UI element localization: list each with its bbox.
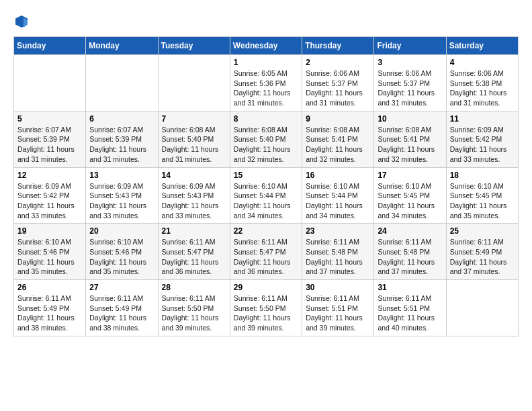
day-number: 12 bbox=[17, 171, 82, 180]
calendar-day-cell: 3Sunrise: 6:06 AMSunset: 5:37 PMDaylight… bbox=[374, 55, 446, 111]
calendar-day-cell: 24Sunrise: 6:11 AMSunset: 5:48 PMDayligh… bbox=[374, 224, 446, 280]
header-row: SundayMondayTuesdayWednesdayThursdayFrid… bbox=[14, 37, 519, 55]
day-number: 31 bbox=[378, 283, 442, 292]
day-info: Sunrise: 6:06 AMSunset: 5:37 PMDaylight:… bbox=[378, 68, 442, 108]
calendar-body: 1Sunrise: 6:05 AMSunset: 5:36 PMDaylight… bbox=[14, 55, 519, 336]
calendar-week-row: 5Sunrise: 6:07 AMSunset: 5:39 PMDaylight… bbox=[14, 111, 519, 167]
calendar-day-cell bbox=[446, 280, 518, 336]
logo bbox=[13, 13, 32, 30]
calendar-day-cell: 30Sunrise: 6:11 AMSunset: 5:51 PMDayligh… bbox=[302, 280, 374, 336]
day-number: 19 bbox=[17, 226, 82, 236]
day-number: 15 bbox=[234, 171, 298, 180]
day-of-week-header: Sunday bbox=[14, 37, 86, 55]
day-number: 10 bbox=[378, 114, 442, 124]
day-number: 8 bbox=[234, 114, 298, 124]
calendar-day-cell: 1Sunrise: 6:05 AMSunset: 5:36 PMDaylight… bbox=[230, 55, 302, 111]
day-info: Sunrise: 6:09 AMSunset: 5:42 PMDaylight:… bbox=[17, 181, 82, 221]
day-info: Sunrise: 6:10 AMSunset: 5:46 PMDaylight:… bbox=[89, 237, 154, 277]
day-number: 11 bbox=[450, 114, 515, 124]
calendar-day-cell: 27Sunrise: 6:11 AMSunset: 5:49 PMDayligh… bbox=[86, 280, 158, 336]
calendar-day-cell bbox=[158, 55, 230, 111]
day-info: Sunrise: 6:10 AMSunset: 5:45 PMDaylight:… bbox=[450, 181, 515, 221]
calendar-day-cell: 17Sunrise: 6:10 AMSunset: 5:45 PMDayligh… bbox=[374, 167, 446, 224]
day-number: 6 bbox=[89, 114, 154, 124]
day-number: 3 bbox=[378, 58, 442, 67]
calendar-week-row: 12Sunrise: 6:09 AMSunset: 5:42 PMDayligh… bbox=[14, 167, 519, 224]
day-number: 17 bbox=[378, 171, 442, 180]
day-number: 13 bbox=[89, 171, 154, 180]
day-info: Sunrise: 6:11 AMSunset: 5:49 PMDaylight:… bbox=[89, 293, 154, 333]
day-info: Sunrise: 6:11 AMSunset: 5:50 PMDaylight:… bbox=[234, 293, 298, 333]
day-of-week-header: Tuesday bbox=[158, 37, 230, 55]
day-info: Sunrise: 6:05 AMSunset: 5:36 PMDaylight:… bbox=[234, 68, 298, 108]
day-number: 21 bbox=[162, 226, 226, 236]
calendar-day-cell: 23Sunrise: 6:11 AMSunset: 5:48 PMDayligh… bbox=[302, 224, 374, 280]
day-info: Sunrise: 6:11 AMSunset: 5:51 PMDaylight:… bbox=[306, 293, 370, 333]
day-info: Sunrise: 6:11 AMSunset: 5:48 PMDaylight:… bbox=[378, 237, 442, 277]
calendar-day-cell: 25Sunrise: 6:11 AMSunset: 5:49 PMDayligh… bbox=[446, 224, 518, 280]
day-number: 27 bbox=[89, 283, 154, 292]
day-info: Sunrise: 6:11 AMSunset: 5:47 PMDaylight:… bbox=[162, 237, 226, 277]
calendar-day-cell: 31Sunrise: 6:11 AMSunset: 5:51 PMDayligh… bbox=[374, 280, 446, 336]
page-header bbox=[13, 13, 519, 30]
calendar-day-cell: 28Sunrise: 6:11 AMSunset: 5:50 PMDayligh… bbox=[158, 280, 230, 336]
calendar-day-cell: 26Sunrise: 6:11 AMSunset: 5:49 PMDayligh… bbox=[14, 280, 86, 336]
calendar-header: SundayMondayTuesdayWednesdayThursdayFrid… bbox=[14, 37, 519, 55]
day-of-week-header: Saturday bbox=[446, 37, 518, 55]
calendar-day-cell: 19Sunrise: 6:10 AMSunset: 5:46 PMDayligh… bbox=[14, 224, 86, 280]
day-of-week-header: Monday bbox=[86, 37, 158, 55]
day-number: 2 bbox=[306, 58, 370, 67]
day-info: Sunrise: 6:08 AMSunset: 5:40 PMDaylight:… bbox=[162, 125, 226, 165]
day-number: 1 bbox=[234, 58, 298, 67]
calendar-day-cell: 21Sunrise: 6:11 AMSunset: 5:47 PMDayligh… bbox=[158, 224, 230, 280]
day-number: 7 bbox=[162, 114, 226, 124]
day-info: Sunrise: 6:07 AMSunset: 5:39 PMDaylight:… bbox=[89, 125, 154, 165]
day-info: Sunrise: 6:11 AMSunset: 5:51 PMDaylight:… bbox=[378, 293, 442, 333]
calendar-day-cell: 29Sunrise: 6:11 AMSunset: 5:50 PMDayligh… bbox=[230, 280, 302, 336]
day-of-week-header: Friday bbox=[374, 37, 446, 55]
calendar-table: SundayMondayTuesdayWednesdayThursdayFrid… bbox=[13, 36, 519, 336]
day-info: Sunrise: 6:08 AMSunset: 5:41 PMDaylight:… bbox=[378, 125, 442, 165]
day-info: Sunrise: 6:09 AMSunset: 5:43 PMDaylight:… bbox=[162, 181, 226, 221]
calendar-day-cell: 12Sunrise: 6:09 AMSunset: 5:42 PMDayligh… bbox=[14, 167, 86, 224]
calendar-day-cell: 2Sunrise: 6:06 AMSunset: 5:37 PMDaylight… bbox=[302, 55, 374, 111]
day-info: Sunrise: 6:10 AMSunset: 5:45 PMDaylight:… bbox=[378, 181, 442, 221]
day-info: Sunrise: 6:10 AMSunset: 5:44 PMDaylight:… bbox=[234, 181, 298, 221]
day-number: 20 bbox=[89, 226, 154, 236]
day-number: 26 bbox=[17, 283, 82, 292]
day-info: Sunrise: 6:09 AMSunset: 5:42 PMDaylight:… bbox=[450, 125, 515, 165]
calendar-day-cell: 15Sunrise: 6:10 AMSunset: 5:44 PMDayligh… bbox=[230, 167, 302, 224]
day-info: Sunrise: 6:07 AMSunset: 5:39 PMDaylight:… bbox=[17, 125, 82, 165]
day-info: Sunrise: 6:11 AMSunset: 5:50 PMDaylight:… bbox=[162, 293, 226, 333]
day-info: Sunrise: 6:09 AMSunset: 5:43 PMDaylight:… bbox=[89, 181, 154, 221]
calendar-day-cell bbox=[14, 55, 86, 111]
day-info: Sunrise: 6:06 AMSunset: 5:37 PMDaylight:… bbox=[306, 68, 370, 108]
calendar-day-cell bbox=[86, 55, 158, 111]
day-info: Sunrise: 6:11 AMSunset: 5:49 PMDaylight:… bbox=[450, 237, 515, 277]
calendar-day-cell: 4Sunrise: 6:06 AMSunset: 5:38 PMDaylight… bbox=[446, 55, 518, 111]
calendar-day-cell: 20Sunrise: 6:10 AMSunset: 5:46 PMDayligh… bbox=[86, 224, 158, 280]
day-info: Sunrise: 6:06 AMSunset: 5:38 PMDaylight:… bbox=[450, 68, 515, 108]
day-of-week-header: Wednesday bbox=[230, 37, 302, 55]
general-blue-logo-icon bbox=[13, 13, 30, 30]
day-number: 23 bbox=[306, 226, 370, 236]
day-info: Sunrise: 6:11 AMSunset: 5:49 PMDaylight:… bbox=[17, 293, 82, 333]
calendar-day-cell: 13Sunrise: 6:09 AMSunset: 5:43 PMDayligh… bbox=[86, 167, 158, 224]
day-number: 29 bbox=[234, 283, 298, 292]
day-number: 18 bbox=[450, 171, 515, 180]
day-number: 30 bbox=[306, 283, 370, 292]
day-number: 28 bbox=[162, 283, 226, 292]
day-number: 16 bbox=[306, 171, 370, 180]
calendar-day-cell: 8Sunrise: 6:08 AMSunset: 5:40 PMDaylight… bbox=[230, 111, 302, 167]
day-info: Sunrise: 6:08 AMSunset: 5:40 PMDaylight:… bbox=[234, 125, 298, 165]
calendar-day-cell: 9Sunrise: 6:08 AMSunset: 5:41 PMDaylight… bbox=[302, 111, 374, 167]
calendar-day-cell: 18Sunrise: 6:10 AMSunset: 5:45 PMDayligh… bbox=[446, 167, 518, 224]
calendar-day-cell: 16Sunrise: 6:10 AMSunset: 5:44 PMDayligh… bbox=[302, 167, 374, 224]
day-number: 9 bbox=[306, 114, 370, 124]
calendar-week-row: 19Sunrise: 6:10 AMSunset: 5:46 PMDayligh… bbox=[14, 224, 519, 280]
calendar-day-cell: 6Sunrise: 6:07 AMSunset: 5:39 PMDaylight… bbox=[86, 111, 158, 167]
day-info: Sunrise: 6:11 AMSunset: 5:47 PMDaylight:… bbox=[234, 237, 298, 277]
day-number: 22 bbox=[234, 226, 298, 236]
calendar-day-cell: 5Sunrise: 6:07 AMSunset: 5:39 PMDaylight… bbox=[14, 111, 86, 167]
calendar-day-cell: 14Sunrise: 6:09 AMSunset: 5:43 PMDayligh… bbox=[158, 167, 230, 224]
